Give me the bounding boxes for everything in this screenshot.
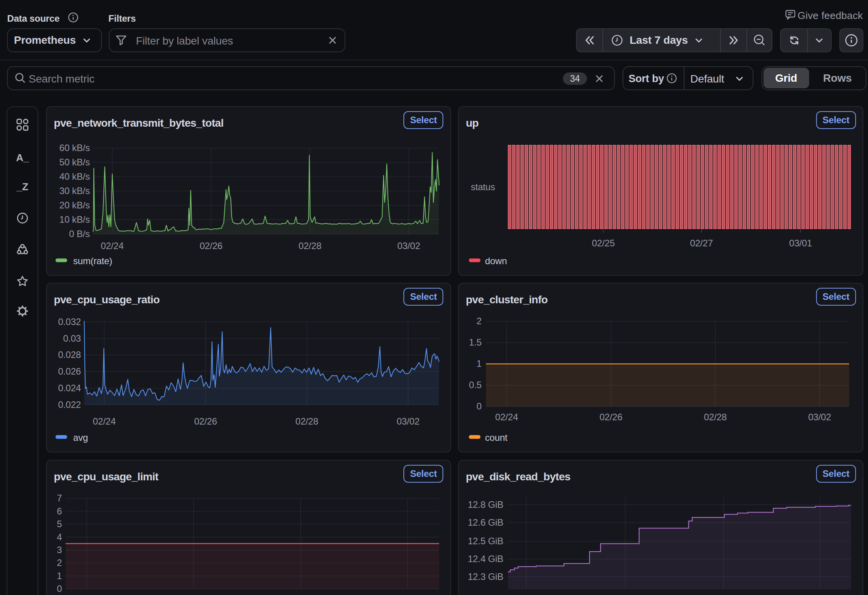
svg-text:40 kB/s: 40 kB/s (59, 171, 90, 182)
svg-text:7: 7 (57, 493, 62, 503)
svg-text:12.4 GiB: 12.4 GiB (468, 554, 503, 564)
svg-text:12.3 GiB: 12.3 GiB (468, 571, 503, 581)
svg-text:0.028: 0.028 (58, 349, 81, 360)
svg-text:avg: avg (73, 432, 88, 443)
svg-text:0.022: 0.022 (58, 399, 81, 410)
svg-text:status: status (471, 182, 495, 192)
svg-text:12.5 GiB: 12.5 GiB (468, 536, 503, 546)
svg-text:02/25: 02/25 (592, 238, 615, 248)
svg-text:10 kB/s: 10 kB/s (59, 214, 90, 225)
svg-text:03/01: 03/01 (789, 238, 812, 248)
svg-text:03/02: 03/02 (396, 416, 419, 426)
svg-text:4: 4 (57, 531, 62, 542)
svg-text:0: 0 (57, 583, 62, 594)
svg-text:02/24: 02/24 (93, 416, 116, 426)
svg-text:6: 6 (57, 506, 62, 516)
svg-text:1: 1 (477, 358, 482, 369)
svg-text:2: 2 (57, 557, 62, 568)
svg-text:02/24: 02/24 (101, 241, 124, 251)
svg-text:down: down (485, 256, 507, 266)
svg-text:sum(rate): sum(rate) (73, 256, 112, 266)
svg-text:0.03: 0.03 (63, 333, 81, 344)
svg-text:0.026: 0.026 (58, 366, 81, 377)
svg-text:count: count (485, 432, 508, 443)
svg-text:30 kB/s: 30 kB/s (59, 186, 90, 196)
svg-text:50 kB/s: 50 kB/s (59, 157, 90, 167)
svg-text:1: 1 (57, 570, 62, 581)
svg-text:0: 0 (477, 401, 482, 411)
svg-text:02/27: 02/27 (690, 238, 713, 248)
svg-text:5: 5 (57, 519, 62, 529)
svg-text:0.024: 0.024 (58, 383, 81, 393)
svg-text:02/26: 02/26 (600, 412, 623, 422)
svg-text:0.5: 0.5 (469, 380, 482, 390)
svg-text:02/28: 02/28 (298, 241, 321, 251)
svg-text:20 kB/s: 20 kB/s (59, 200, 90, 210)
svg-text:02/26: 02/26 (200, 241, 223, 251)
svg-text:12.6 GiB: 12.6 GiB (468, 517, 503, 527)
svg-text:3: 3 (57, 544, 62, 555)
svg-text:2: 2 (477, 316, 482, 326)
svg-text:02/26: 02/26 (194, 416, 217, 426)
svg-text:1.5: 1.5 (469, 337, 482, 347)
svg-text:12.8 GiB: 12.8 GiB (468, 499, 503, 509)
svg-text:0 B/s: 0 B/s (69, 229, 90, 239)
svg-text:60 kB/s: 60 kB/s (59, 143, 90, 153)
svg-text:0.032: 0.032 (58, 316, 81, 327)
svg-text:02/28: 02/28 (704, 412, 727, 422)
svg-text:03/02: 03/02 (397, 241, 420, 251)
svg-text:02/28: 02/28 (295, 416, 318, 426)
svg-text:03/02: 03/02 (808, 412, 831, 422)
svg-text:02/24: 02/24 (495, 412, 518, 422)
